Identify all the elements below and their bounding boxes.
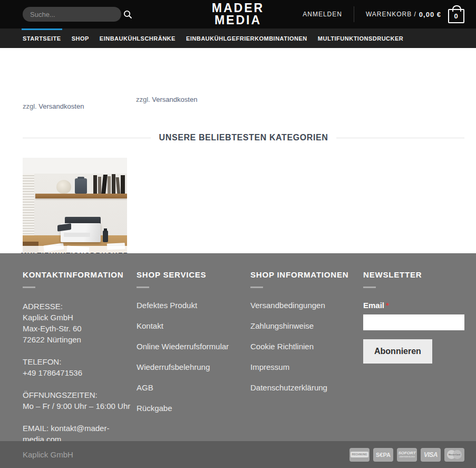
shipping-cost-link[interactable]: Versandkosten bbox=[38, 102, 84, 110]
nav-item-multifunktionsdrucker[interactable]: MULTIFUNKTIONSDRUCKER bbox=[313, 28, 409, 48]
search-box[interactable] bbox=[23, 7, 121, 22]
nav-item-label: SHOP bbox=[72, 35, 89, 42]
heading-dash bbox=[250, 286, 263, 288]
site-header: MADER MEDIA ANMELDEN WARENKORB / 0,00 € … bbox=[0, 0, 476, 28]
footer-link-cookie-richtlinien[interactable]: Cookie Richtlinien bbox=[250, 342, 363, 351]
search-input[interactable] bbox=[30, 11, 123, 18]
required-asterisk: * bbox=[386, 301, 389, 310]
copyright-text: Kaplick GmbH bbox=[23, 450, 73, 459]
login-link[interactable]: ANMELDEN bbox=[303, 11, 342, 18]
site-footer: KONTAKTINFORMATION ADRESSE: Kaplick GmbH… bbox=[0, 253, 476, 441]
email-label: Email* bbox=[363, 301, 464, 310]
contact-hours: ÖFFNUNGSZEITEN: Mo – Fr / 9:00 Uhr – 16:… bbox=[23, 389, 137, 412]
books-decor bbox=[93, 174, 127, 194]
payment-rechnung-icon: RECHNUNG bbox=[349, 448, 370, 462]
main-content: zzgl. Versandkosten zzgl. Versandkosten … bbox=[0, 48, 476, 253]
contact-address: ADRESSE: Kaplick GmbH Max-Eyth-Str. 60 7… bbox=[23, 301, 137, 345]
nav-item-label: STARTSEITE bbox=[23, 35, 61, 42]
active-tab-indicator bbox=[22, 28, 62, 30]
shipping-note-prefix: zzgl. bbox=[136, 95, 150, 103]
footer-link-impressum[interactable]: Impressum bbox=[250, 362, 363, 371]
newsletter-email-field[interactable] bbox=[363, 314, 464, 330]
header-actions: ANMELDEN WARENKORB / 0,00 € 0 bbox=[303, 6, 464, 23]
shipping-note: zzgl. Versandkosten bbox=[23, 102, 84, 110]
search-icon[interactable] bbox=[123, 9, 132, 19]
logo-line-2: MEDIA bbox=[215, 14, 261, 26]
footer-heading-newsletter: NEWSLETTER bbox=[363, 270, 464, 279]
vase-decor bbox=[56, 180, 71, 194]
nav-item-label: EINBAUKÜHLSCHRÄNKE bbox=[100, 35, 176, 42]
section-heading-row: UNSERE BELIEBTESTEN KATEGORIEN bbox=[23, 133, 464, 142]
cart-total: 0,00 € bbox=[419, 11, 441, 18]
cart-bag-icon[interactable]: 0 bbox=[448, 9, 464, 23]
header-divider bbox=[354, 6, 354, 22]
payment-sofort-icon: SOFORT ÜBERWEISUNG bbox=[397, 448, 417, 462]
footer-heading-kontakt: KONTAKTINFORMATION bbox=[23, 270, 137, 279]
heading-rule-left bbox=[23, 138, 151, 138]
shipping-note-prefix: zzgl. bbox=[23, 102, 37, 110]
main-navigation: STARTSEITE SHOP EINBAUKÜHLSCHRÄNKE EINBA… bbox=[0, 28, 476, 48]
footer-link-rueckgabe[interactable]: Rückgabe bbox=[137, 404, 250, 413]
cart-label: WARENKORB / bbox=[366, 11, 416, 18]
footer-link-defektes-produkt[interactable]: Defektes Produkt bbox=[137, 301, 250, 310]
footer-informationen-column: SHOP INFORMATIONEN Versandbedingungen Za… bbox=[250, 270, 363, 456]
heading-rule-right bbox=[336, 138, 464, 138]
nav-item-einbaukuehlgefrierkombinationen[interactable]: EINBAUKÜHLGEFRIERKOMBINATIONEN bbox=[181, 28, 313, 48]
section-title: UNSERE BELIEBTESTEN KATEGORIEN bbox=[159, 133, 328, 142]
logo-line-1: MADER bbox=[212, 2, 264, 14]
cart-link[interactable]: WARENKORB / 0,00 € 0 bbox=[366, 6, 464, 23]
heading-dash bbox=[23, 286, 35, 288]
shipping-cost-link[interactable]: Versandkosten bbox=[152, 95, 197, 103]
contact-phone: TELEFON: +49 1786471536 bbox=[23, 356, 137, 378]
nav-item-label: EINBAUKÜHLGEFRIERKOMBINATIONEN bbox=[186, 35, 307, 42]
footer-link-wiederrufsbelehrung[interactable]: Wiederrufsbelehrung bbox=[137, 362, 250, 371]
ink-bottle-decor bbox=[103, 231, 108, 242]
footer-link-kontakt[interactable]: Kontakt bbox=[137, 321, 250, 330]
payment-mastercard-icon: MasterCard bbox=[444, 448, 464, 462]
nav-item-einbaukuehlschraenke[interactable]: EINBAUKÜHLSCHRÄNKE bbox=[94, 28, 181, 48]
jar-decor bbox=[75, 178, 87, 194]
nav-item-shop[interactable]: SHOP bbox=[66, 28, 94, 48]
bottom-bar: Kaplick GmbH RECHNUNG S€PA SOFORT ÜBERWE… bbox=[0, 441, 476, 468]
footer-newsletter-column: NEWSLETTER Email* Abonnieren bbox=[363, 270, 464, 456]
subscribe-button[interactable]: Abonnieren bbox=[363, 339, 432, 364]
footer-contact-column: KONTAKTINFORMATION ADRESSE: Kaplick GmbH… bbox=[23, 270, 137, 456]
footer-link-agb[interactable]: AGB bbox=[137, 383, 250, 392]
footer-heading-informationen: SHOP INFORMATIONEN bbox=[250, 270, 363, 279]
heading-dash bbox=[363, 286, 376, 288]
shipping-note: zzgl. Versandkosten bbox=[136, 95, 197, 103]
cart-count-badge: 0 bbox=[454, 12, 458, 20]
nav-item-startseite[interactable]: STARTSEITE bbox=[17, 28, 66, 48]
payment-methods: RECHNUNG S€PA SOFORT ÜBERWEISUNG VISA Ma… bbox=[349, 448, 464, 462]
footer-link-zahlungshinweise[interactable]: Zahlungshinweise bbox=[250, 321, 363, 330]
footer-link-versandbedingungen[interactable]: Versandbedingungen bbox=[250, 301, 363, 310]
footer-services-column: SHOP SERVICES Defektes Produkt Kontakt O… bbox=[137, 270, 250, 456]
footer-link-online-wiederrufsformular[interactable]: Online Wiederrufsformular bbox=[137, 342, 250, 351]
footer-link-datenschutzerklaerung[interactable]: Datenschutzerklärung bbox=[250, 383, 363, 392]
footer-heading-services: SHOP SERVICES bbox=[137, 270, 250, 279]
payment-sepa-icon: S€PA bbox=[373, 448, 393, 462]
payment-visa-icon: VISA bbox=[421, 448, 441, 462]
heading-dash bbox=[137, 286, 149, 288]
nav-item-label: MULTIFUNKTIONSDRUCKER bbox=[318, 35, 403, 42]
shelf-decor bbox=[35, 194, 127, 198]
printer-decor bbox=[61, 217, 101, 242]
